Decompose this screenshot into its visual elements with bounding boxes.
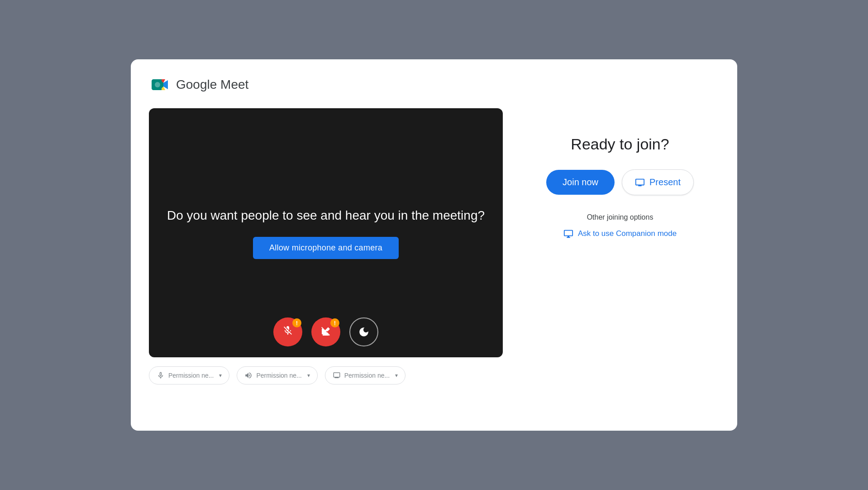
companion-mode-label: Ask to use Companion mode — [578, 229, 677, 238]
permission-bar: Permission ne... ▾ Permission ne... ▾ Pe… — [149, 366, 503, 384]
camera-warning-badge: ! — [330, 318, 339, 327]
screen-permission-label: Permission ne... — [344, 372, 390, 379]
video-question: Do you want people to see and hear you i… — [149, 207, 503, 224]
video-area: Do you want people to see and hear you i… — [149, 108, 503, 357]
other-joining-options-label: Other joining options — [587, 213, 653, 221]
logo-text: Google Meet — [176, 77, 248, 92]
mic-warning-badge: ! — [292, 318, 301, 327]
screen-icon — [333, 371, 341, 380]
ready-title: Ready to join? — [571, 135, 669, 153]
effects-button[interactable] — [349, 317, 378, 346]
allow-microphone-camera-button[interactable]: Allow microphone and camera — [253, 237, 399, 259]
video-preview-area: Do you want people to see and hear you i… — [149, 108, 503, 384]
camera-off-icon — [320, 326, 331, 338]
mic-icon — [157, 371, 165, 380]
present-label: Present — [649, 177, 681, 187]
mic-permission-select[interactable]: Permission ne... ▾ — [149, 366, 229, 384]
present-button[interactable]: Present — [622, 169, 694, 195]
mic-chevron-icon: ▾ — [219, 372, 222, 379]
header: Google Meet — [149, 74, 719, 96]
speaker-chevron-icon: ▾ — [307, 372, 310, 379]
speaker-permission-label: Permission ne... — [256, 372, 301, 379]
right-panel: Ready to join? Join now Present Other jo… — [521, 108, 719, 239]
companion-icon — [563, 229, 573, 239]
camera-toggle-button[interactable]: ! — [311, 317, 340, 346]
speaker-permission-select[interactable]: Permission ne... ▾ — [237, 366, 317, 384]
mic-off-icon — [282, 325, 293, 339]
screen-permission-select[interactable]: Permission ne... ▾ — [325, 366, 405, 384]
mic-toggle-button[interactable]: ! — [273, 317, 302, 346]
svg-point-1 — [155, 82, 160, 87]
video-controls: ! ! — [149, 317, 503, 346]
join-now-button[interactable]: Join now — [546, 170, 615, 195]
google-meet-logo-icon — [149, 74, 171, 96]
mic-permission-label: Permission ne... — [168, 372, 214, 379]
companion-mode-link[interactable]: Ask to use Companion mode — [563, 229, 677, 239]
main-card: Google Meet Do you want people to see an… — [131, 59, 737, 431]
speaker-icon — [244, 371, 253, 380]
screen-chevron-icon: ▾ — [395, 372, 398, 379]
present-icon — [635, 178, 645, 187]
main-content: Do you want people to see and hear you i… — [149, 108, 719, 384]
join-row: Join now Present — [546, 169, 694, 195]
